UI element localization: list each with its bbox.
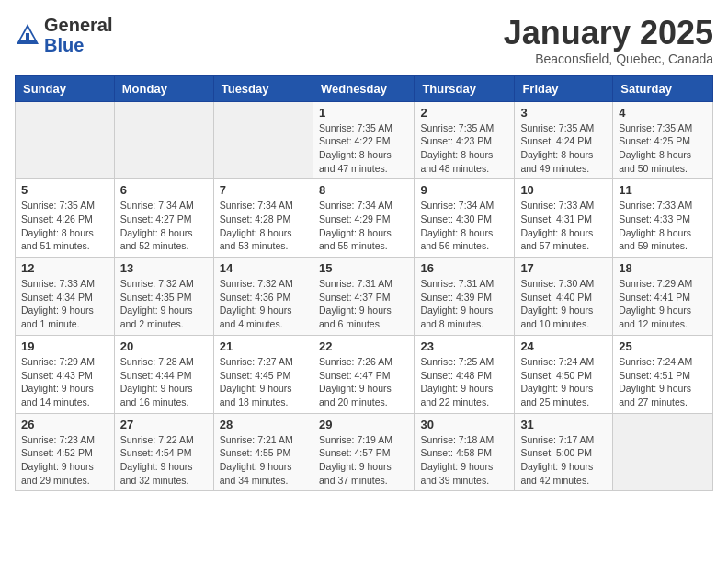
day-cell: 2Sunrise: 7:35 AM Sunset: 4:23 PM Daylig… (415, 101, 515, 179)
calendar-header-row: SundayMondayTuesdayWednesdayThursdayFrid… (16, 75, 713, 101)
day-info: Sunrise: 7:30 AM Sunset: 4:40 PM Dayligh… (520, 277, 607, 331)
day-info: Sunrise: 7:17 AM Sunset: 5:00 PM Dayligh… (520, 433, 607, 488)
day-number: 17 (520, 261, 607, 275)
column-header-thursday: Thursday (415, 75, 515, 101)
logo-icon (15, 22, 40, 48)
day-info: Sunrise: 7:35 AM Sunset: 4:22 PM Dayligh… (319, 121, 408, 176)
day-number: 18 (619, 261, 707, 275)
svg-rect-2 (26, 33, 29, 40)
week-row-3: 12Sunrise: 7:33 AM Sunset: 4:34 PM Dayli… (16, 258, 713, 336)
month-title: January 2025 (504, 15, 713, 52)
day-cell: 22Sunrise: 7:26 AM Sunset: 4:47 PM Dayli… (313, 335, 414, 413)
day-cell: 14Sunrise: 7:32 AM Sunset: 4:36 PM Dayli… (213, 258, 313, 336)
day-cell: 21Sunrise: 7:27 AM Sunset: 4:45 PM Dayli… (213, 335, 313, 413)
day-number: 4 (619, 106, 707, 120)
day-cell: 29Sunrise: 7:19 AM Sunset: 4:57 PM Dayli… (313, 413, 414, 491)
day-cell: 16Sunrise: 7:31 AM Sunset: 4:39 PM Dayli… (415, 258, 515, 336)
day-cell: 1Sunrise: 7:35 AM Sunset: 4:22 PM Daylig… (313, 101, 414, 179)
logo-text: General Blue (44, 15, 112, 55)
day-number: 25 (619, 339, 707, 353)
day-cell: 6Sunrise: 7:34 AM Sunset: 4:27 PM Daylig… (114, 179, 213, 258)
day-cell: 23Sunrise: 7:25 AM Sunset: 4:48 PM Dayli… (415, 335, 515, 413)
column-header-sunday: Sunday (16, 75, 115, 101)
day-info: Sunrise: 7:23 AM Sunset: 4:52 PM Dayligh… (21, 433, 108, 488)
day-info: Sunrise: 7:25 AM Sunset: 4:48 PM Dayligh… (420, 355, 508, 409)
day-number: 24 (520, 339, 607, 353)
day-cell: 18Sunrise: 7:29 AM Sunset: 4:41 PM Dayli… (613, 258, 713, 336)
day-cell (613, 413, 713, 491)
day-number: 7 (220, 183, 307, 197)
day-info: Sunrise: 7:18 AM Sunset: 4:58 PM Dayligh… (420, 433, 508, 488)
logo-general-text: General (44, 15, 112, 35)
day-info: Sunrise: 7:22 AM Sunset: 4:54 PM Dayligh… (120, 433, 208, 488)
day-info: Sunrise: 7:27 AM Sunset: 4:45 PM Dayligh… (220, 355, 307, 409)
week-row-4: 19Sunrise: 7:29 AM Sunset: 4:43 PM Dayli… (16, 335, 713, 413)
column-header-wednesday: Wednesday (313, 75, 414, 101)
day-info: Sunrise: 7:28 AM Sunset: 4:44 PM Dayligh… (120, 355, 208, 409)
week-row-5: 26Sunrise: 7:23 AM Sunset: 4:52 PM Dayli… (16, 413, 713, 491)
day-number: 22 (319, 339, 408, 353)
day-number: 3 (520, 106, 607, 120)
day-info: Sunrise: 7:35 AM Sunset: 4:26 PM Dayligh… (21, 199, 108, 253)
day-info: Sunrise: 7:32 AM Sunset: 4:35 PM Dayligh… (120, 277, 208, 331)
location-subtitle: Beaconsfield, Quebec, Canada (504, 52, 713, 66)
day-number: 23 (420, 339, 508, 353)
day-info: Sunrise: 7:31 AM Sunset: 4:39 PM Dayligh… (420, 277, 508, 331)
day-cell: 7Sunrise: 7:34 AM Sunset: 4:28 PM Daylig… (213, 179, 313, 258)
day-info: Sunrise: 7:35 AM Sunset: 4:25 PM Dayligh… (619, 121, 707, 176)
day-info: Sunrise: 7:29 AM Sunset: 4:41 PM Dayligh… (619, 277, 707, 331)
day-number: 5 (21, 183, 108, 197)
day-number: 8 (319, 183, 408, 197)
day-number: 31 (520, 418, 607, 431)
column-header-tuesday: Tuesday (213, 75, 313, 101)
logo-blue-text: Blue (44, 35, 84, 55)
day-cell: 15Sunrise: 7:31 AM Sunset: 4:37 PM Dayli… (313, 258, 414, 336)
day-cell: 12Sunrise: 7:33 AM Sunset: 4:34 PM Dayli… (16, 258, 115, 336)
day-info: Sunrise: 7:34 AM Sunset: 4:27 PM Dayligh… (120, 199, 208, 253)
column-header-friday: Friday (515, 75, 613, 101)
day-cell (213, 101, 313, 179)
day-info: Sunrise: 7:34 AM Sunset: 4:29 PM Dayligh… (319, 199, 408, 253)
day-info: Sunrise: 7:33 AM Sunset: 4:31 PM Dayligh… (520, 199, 607, 253)
column-header-monday: Monday (114, 75, 213, 101)
day-cell: 26Sunrise: 7:23 AM Sunset: 4:52 PM Dayli… (16, 413, 115, 491)
day-number: 6 (120, 183, 208, 197)
day-number: 16 (420, 261, 508, 275)
day-cell: 10Sunrise: 7:33 AM Sunset: 4:31 PM Dayli… (515, 179, 613, 258)
day-cell: 28Sunrise: 7:21 AM Sunset: 4:55 PM Dayli… (213, 413, 313, 491)
day-cell: 20Sunrise: 7:28 AM Sunset: 4:44 PM Dayli… (114, 335, 213, 413)
day-cell: 30Sunrise: 7:18 AM Sunset: 4:58 PM Dayli… (415, 413, 515, 491)
day-cell: 11Sunrise: 7:33 AM Sunset: 4:33 PM Dayli… (613, 179, 713, 258)
day-cell: 25Sunrise: 7:24 AM Sunset: 4:51 PM Dayli… (613, 335, 713, 413)
week-row-1: 1Sunrise: 7:35 AM Sunset: 4:22 PM Daylig… (16, 101, 713, 179)
day-number: 30 (420, 418, 508, 431)
day-cell: 3Sunrise: 7:35 AM Sunset: 4:24 PM Daylig… (515, 101, 613, 179)
day-cell: 17Sunrise: 7:30 AM Sunset: 4:40 PM Dayli… (515, 258, 613, 336)
day-number: 14 (220, 261, 307, 275)
day-info: Sunrise: 7:35 AM Sunset: 4:23 PM Dayligh… (420, 121, 508, 176)
day-cell: 19Sunrise: 7:29 AM Sunset: 4:43 PM Dayli… (16, 335, 115, 413)
title-block: January 2025 Beaconsfield, Quebec, Canad… (504, 15, 713, 66)
day-cell: 4Sunrise: 7:35 AM Sunset: 4:25 PM Daylig… (613, 101, 713, 179)
day-cell: 27Sunrise: 7:22 AM Sunset: 4:54 PM Dayli… (114, 413, 213, 491)
day-number: 10 (520, 183, 607, 197)
calendar-table: SundayMondayTuesdayWednesdayThursdayFrid… (15, 75, 713, 492)
day-number: 1 (319, 106, 408, 120)
day-info: Sunrise: 7:31 AM Sunset: 4:37 PM Dayligh… (319, 277, 408, 331)
day-info: Sunrise: 7:24 AM Sunset: 4:50 PM Dayligh… (520, 355, 607, 409)
day-number: 28 (220, 418, 307, 431)
day-number: 20 (120, 339, 208, 353)
day-info: Sunrise: 7:33 AM Sunset: 4:34 PM Dayligh… (21, 277, 108, 331)
day-info: Sunrise: 7:26 AM Sunset: 4:47 PM Dayligh… (319, 355, 408, 409)
day-number: 11 (619, 183, 707, 197)
day-number: 19 (21, 339, 108, 353)
day-number: 9 (420, 183, 508, 197)
logo: General Blue (15, 15, 112, 55)
day-info: Sunrise: 7:34 AM Sunset: 4:28 PM Dayligh… (220, 199, 307, 253)
day-number: 15 (319, 261, 408, 275)
day-cell: 9Sunrise: 7:34 AM Sunset: 4:30 PM Daylig… (415, 179, 515, 258)
day-number: 13 (120, 261, 208, 275)
day-number: 2 (420, 106, 508, 120)
day-info: Sunrise: 7:32 AM Sunset: 4:36 PM Dayligh… (220, 277, 307, 331)
day-number: 29 (319, 418, 408, 431)
